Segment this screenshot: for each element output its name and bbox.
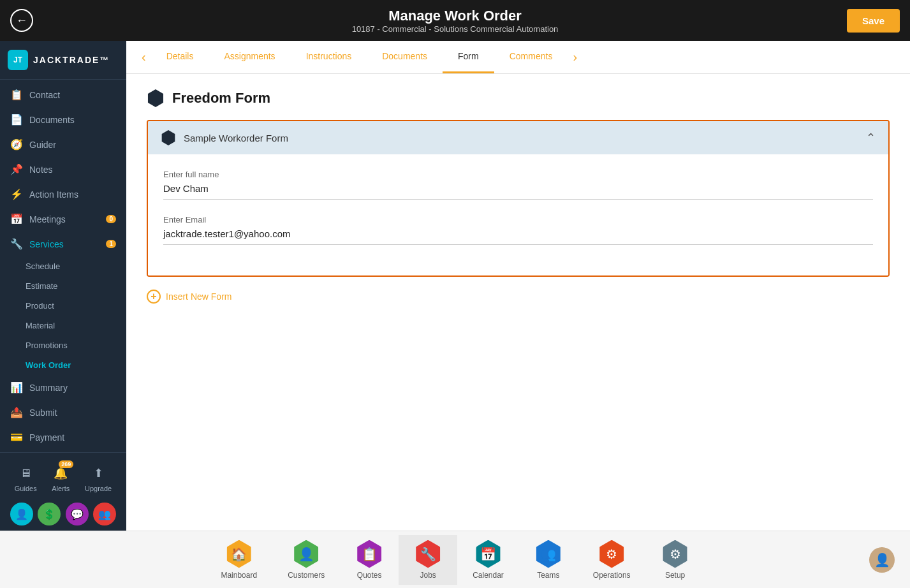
save-button[interactable]: Save	[847, 9, 900, 33]
alerts-button[interactable]: 🔔 269 Alerts	[50, 463, 71, 492]
payment-icon: 💳	[10, 431, 23, 443]
sidebar-item-label: Guider	[29, 140, 56, 150]
upgrade-button[interactable]: ⬆ Upgrade	[85, 463, 112, 492]
sidebar-item-meetings[interactable]: 📅 Meetings 0	[0, 207, 126, 232]
tab-documents[interactable]: Documents	[367, 41, 443, 73]
bottom-user-icons: 👤 💲 💬 👥	[0, 497, 126, 528]
form-card: Sample Workorder Form ⌃ Enter full name …	[147, 120, 890, 277]
form-field-email: Enter Email jacktrade.tester1@yahoo.com	[163, 215, 873, 245]
tab-instructions[interactable]: Instructions	[291, 41, 367, 73]
alerts-label: Alerts	[52, 485, 70, 492]
logo-icon: JT	[8, 50, 28, 70]
sidebar-item-label: Contact	[29, 90, 60, 100]
sidebar-item-label: Documents	[29, 115, 75, 125]
profile-avatar[interactable]: 👤	[869, 547, 895, 573]
operations-label: Operations	[593, 571, 631, 580]
documents-icon: 📄	[10, 114, 23, 126]
tab-comments[interactable]: Comments	[494, 41, 568, 73]
form-heading: Freedom Form	[172, 90, 270, 107]
tab-assignments[interactable]: Assignments	[209, 41, 290, 73]
sidebar-item-label: Submit	[29, 408, 57, 418]
guider-icon: 🧭	[10, 138, 23, 151]
summary-icon: 📊	[10, 381, 23, 393]
sub-nav-material[interactable]: Material	[0, 316, 126, 335]
title-area: Manage Work Order 10187 - Commercial - S…	[352, 8, 559, 34]
full-name-value[interactable]: Dev Cham	[163, 183, 873, 200]
user-icon-chat[interactable]: 💬	[66, 503, 89, 526]
setup-icon: ⚙	[661, 540, 689, 568]
insert-circle-icon: +	[147, 290, 161, 304]
sidebar-item-documents[interactable]: 📄 Documents	[0, 107, 126, 132]
bottom-nav-quotes[interactable]: 📋 Quotes	[340, 535, 399, 585]
sidebar-nav: 📋 Contact 📄 Documents 🧭 Guider 📌 Notes ⚡…	[0, 80, 126, 452]
customers-icon: 👤	[292, 540, 320, 568]
sidebar-item-label: Summary	[29, 383, 68, 393]
user-icon-person[interactable]: 👤	[10, 503, 33, 526]
sub-nav-product[interactable]: Product	[0, 296, 126, 316]
tab-prev-button[interactable]: ‹	[136, 50, 151, 64]
meetings-icon: 📅	[10, 213, 23, 225]
sidebar-item-contact[interactable]: 📋 Contact	[0, 82, 126, 107]
sidebar-item-label: Services	[29, 239, 64, 249]
jobs-label: Jobs	[420, 571, 436, 580]
sidebar-item-notes[interactable]: 📌 Notes	[0, 157, 126, 182]
mainboard-label: Mainboard	[221, 571, 257, 580]
sidebar-bottom: 🖥 Guides 🔔 269 Alerts ⬆ Upgrade 👤 💲	[0, 452, 126, 531]
customers-label: Customers	[288, 571, 325, 580]
top-header: ← Manage Work Order 10187 - Commercial -…	[0, 0, 910, 41]
bottom-nav-customers[interactable]: 👤 Customers	[272, 535, 340, 585]
sidebar-logo: JT JACKTRADE™	[0, 41, 126, 80]
sub-nav-estimate[interactable]: Estimate	[0, 276, 126, 296]
logo-text: JACKTRADE™	[33, 55, 110, 65]
main-content: Freedom Form Sample Workorder Form ⌃ Ent…	[126, 74, 910, 531]
sidebar-item-guider[interactable]: 🧭 Guider	[0, 132, 126, 157]
bottom-nav-setup[interactable]: ⚙ Setup	[646, 535, 705, 585]
bottom-nav-jobs[interactable]: 🔧 Jobs	[399, 535, 457, 585]
bottom-nav-calendar[interactable]: 📅 Calendar	[457, 535, 519, 585]
page-title: Manage Work Order	[352, 8, 559, 24]
sub-nav-schedule[interactable]: Schedule	[0, 256, 126, 276]
sidebar-item-action-items[interactable]: ⚡ Action Items	[0, 182, 126, 207]
sub-nav-promotions[interactable]: Promotions	[0, 335, 126, 355]
quotes-label: Quotes	[357, 571, 382, 580]
collapse-button[interactable]: ⌃	[866, 131, 876, 145]
bottom-nav-mainboard[interactable]: 🏠 Mainboard	[205, 535, 272, 585]
insert-form-button[interactable]: + Insert New Form	[147, 290, 231, 304]
sidebar-bottom-icons: 🖥 Guides 🔔 269 Alerts ⬆ Upgrade	[0, 458, 126, 497]
form-field-full-name: Enter full name Dev Cham	[163, 170, 873, 200]
back-button[interactable]: ←	[10, 9, 33, 32]
tab-details[interactable]: Details	[151, 41, 209, 73]
jobs-icon: 🔧	[414, 540, 442, 568]
bottom-nav-teams[interactable]: 👥 Teams	[519, 535, 578, 585]
operations-icon: ⚙	[598, 540, 626, 568]
bottom-nav-operations[interactable]: ⚙ Operations	[578, 535, 646, 585]
form-card-header: Sample Workorder Form ⌃	[148, 121, 888, 154]
email-value[interactable]: jacktrade.tester1@yahoo.com	[163, 228, 873, 245]
tab-next-button[interactable]: ›	[568, 50, 582, 64]
sidebar-item-label: Action Items	[29, 189, 78, 200]
sub-nav-work-order[interactable]: Work Order	[0, 355, 126, 375]
email-label: Enter Email	[163, 215, 873, 224]
meetings-badge: 0	[106, 215, 116, 223]
alerts-icon: 🔔 269	[50, 463, 71, 483]
sidebar-item-summary[interactable]: 📊 Summary	[0, 375, 126, 400]
sidebar-item-services[interactable]: 🔧 Services 1	[0, 232, 126, 256]
guides-label: Guides	[15, 485, 37, 492]
sidebar-item-payment[interactable]: 💳 Payment	[0, 425, 126, 450]
form-card-body: Enter full name Dev Cham Enter Email jac…	[148, 154, 888, 276]
tab-form[interactable]: Form	[443, 41, 494, 73]
guides-button[interactable]: 🖥 Guides	[15, 463, 37, 492]
quotes-icon: 📋	[355, 540, 383, 568]
setup-label: Setup	[665, 571, 685, 580]
calendar-icon: 📅	[474, 540, 503, 568]
contact-icon: 📋	[10, 89, 23, 101]
submit-icon: 📤	[10, 406, 23, 418]
page-subtitle: 10187 - Commercial - Solutions Commercia…	[352, 24, 559, 34]
sidebar-item-submit[interactable]: 📤 Submit	[0, 400, 126, 425]
user-icon-dollar[interactable]: 💲	[38, 503, 61, 526]
tab-bar: ‹ Details Assignments Instructions Docum…	[126, 41, 910, 74]
services-icon: 🔧	[10, 238, 23, 250]
user-icon-group[interactable]: 👥	[93, 503, 116, 526]
form-title: Freedom Form	[147, 89, 890, 107]
full-name-label: Enter full name	[163, 170, 873, 179]
